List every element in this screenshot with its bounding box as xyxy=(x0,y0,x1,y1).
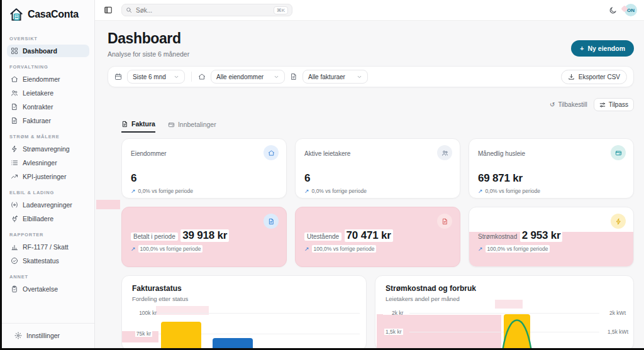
kpi-card-utestaende[interactable]: Utestående 70 471 kr ↗ 100,0% vs forrige… xyxy=(295,207,460,267)
trend-up-icon xyxy=(11,173,18,180)
trend-arrow-icon: ↗ xyxy=(304,246,309,252)
page-subtitle: Analyse for siste 6 måneder xyxy=(108,50,189,58)
sidebar-item-innstillinger[interactable]: Innstillinger xyxy=(11,329,86,342)
export-csv-label: Eksporter CSV xyxy=(579,74,620,80)
sidebar-item-leietakere[interactable]: Leietakere xyxy=(7,87,89,99)
kpi-change: ↗ 100,0% vs forrige periode xyxy=(131,245,277,253)
brand-name: CasaConta xyxy=(28,9,79,20)
chart-title: Strømkostnad og forbruk xyxy=(386,284,623,293)
customize-button[interactable]: Tilpass xyxy=(594,98,634,111)
trend-arrow-icon: ↗ xyxy=(478,188,483,194)
sidebar-item-label: Strømavregning xyxy=(23,145,70,153)
ev-plug-icon xyxy=(11,215,18,222)
kpi-label: Eiendommer xyxy=(131,150,167,157)
reset-button[interactable]: ↺ Tilbakestill xyxy=(550,101,587,108)
gear-icon xyxy=(14,332,22,339)
users-icon xyxy=(437,145,452,160)
sidebar-item-label: Kontrakter xyxy=(23,103,53,111)
sidebar-item-overtakelse[interactable]: Overtakelse xyxy=(7,283,89,295)
kpi-card-betalt-i-periode[interactable]: Betalt i periode 39 918 kr ↗ 100,0% vs f… xyxy=(121,207,287,267)
kpi-label: Betalt i periode xyxy=(131,232,178,241)
sidebar-item-kontrakter[interactable]: Kontrakter xyxy=(7,101,89,113)
nav-section-annet: ANNET xyxy=(9,274,87,280)
kpi-change: ↗ 100,0% vs forrige periode xyxy=(478,245,625,253)
invoice-select[interactable]: Alle fakturaer xyxy=(303,70,368,84)
sidebar-item-stromavregning[interactable]: Strømavregning xyxy=(7,143,89,155)
wallet-icon xyxy=(168,121,175,128)
sidebar-item-skattestatus[interactable]: Skattestatus xyxy=(7,254,89,267)
main-content: Dashboard Analyse for siste 6 måneder + … xyxy=(95,21,644,350)
divider xyxy=(191,72,192,82)
tab-label: Innbetalinger xyxy=(178,121,216,128)
property-select[interactable]: Alle eiendommer xyxy=(211,70,285,84)
kpi-card-stromkostnad[interactable]: Strømkostnad 2 953 kr ↗ 100,0% vs forrig… xyxy=(469,207,634,267)
sidebar-item-rf1177[interactable]: RF-1177 / Skatt xyxy=(7,241,89,253)
tab-faktura[interactable]: Faktura xyxy=(121,120,155,133)
sidebar-item-label: Eiendommer xyxy=(23,75,60,83)
export-csv-button[interactable]: Eksporter CSV xyxy=(561,70,627,84)
chart-stromkostnad-forbruk: Strømkostnad og forbruk Leietakers andel… xyxy=(375,275,634,350)
y-tick-100k: 100k kr xyxy=(139,310,157,316)
wallet-icon xyxy=(611,145,626,160)
nav-section-forvaltning: FORVALTNING xyxy=(9,64,87,70)
bar-paid[interactable] xyxy=(161,322,201,350)
sidebar-item-fakturaer[interactable]: Fakturaer xyxy=(7,114,89,127)
charging-icon xyxy=(11,201,18,209)
nav-section-oversikt: OVERSIKT xyxy=(9,36,87,41)
bolt-icon xyxy=(611,214,626,229)
sidebar-item-label: Fakturaer xyxy=(23,117,51,124)
sidebar-item-label: Elbilladere xyxy=(23,215,53,222)
house-icon xyxy=(264,145,279,160)
casaconta-logo-icon xyxy=(8,6,25,23)
sidebar-item-dashboard[interactable]: Dashboard xyxy=(7,45,89,57)
search-box[interactable]: ⌘K xyxy=(121,4,292,16)
gridline xyxy=(158,313,360,314)
search-shortcut-badge: ⌘K xyxy=(274,6,288,14)
diff-highlight xyxy=(96,200,120,209)
sidebar-item-ladeavregninger[interactable]: Ladeavregninger xyxy=(7,199,89,211)
kpi-card-manedlig-husleie[interactable]: Månedlig husleie 69 871 kr ↗ 0,0% vs for… xyxy=(469,138,634,199)
tab-bar: Faktura Innbetalinger xyxy=(121,120,634,133)
clock-check-icon xyxy=(11,257,18,265)
new-property-button[interactable]: + Ny eiendom xyxy=(571,40,634,57)
bar-outstanding[interactable] xyxy=(213,338,253,350)
period-select[interactable]: Siste 6 mnd xyxy=(127,70,185,84)
kpi-label: Månedlig husleie xyxy=(478,150,525,157)
property-select-value: Alle eiendommer xyxy=(216,74,264,80)
invoice-icon xyxy=(290,73,297,80)
kpi-card-eiendommer[interactable]: Eiendommer 6 ↗ 0,0% vs forrige periode xyxy=(121,138,287,199)
sidebar-toggle-icon[interactable] xyxy=(104,6,113,14)
kpi-label: Aktive leietakere xyxy=(304,150,350,157)
y-tick-left-15k: 1,5k kr xyxy=(384,329,403,335)
sidebar-item-eiendommer[interactable]: Eiendommer xyxy=(7,73,89,85)
sidebar: CasaConta OVERSIKT Dashboard FORVALTNING… xyxy=(2,0,95,348)
sidebar-item-label: Dashboard xyxy=(23,47,57,55)
chevron-down-icon xyxy=(174,74,179,80)
kpi-value: 39 918 kr xyxy=(180,229,229,242)
app-window: CasaConta OVERSIKT Dashboard FORVALTNING… xyxy=(0,0,644,350)
kpi-change: ↗ 0,0% vs forrige periode xyxy=(478,188,625,194)
sliders-icon xyxy=(599,102,606,108)
invoice-icon xyxy=(121,121,128,128)
dashboard-grid-icon xyxy=(11,47,18,55)
sidebar-item-label: Skattestatus xyxy=(23,257,59,265)
sidebar-item-kpi-justeringer[interactable]: KPI-justeringer xyxy=(7,170,89,183)
kpi-value: 70 471 kr xyxy=(345,229,393,242)
kpi-card-aktive-leietakere[interactable]: Aktive leietakere 6 ↗ 0,0% vs forrige pe… xyxy=(295,138,460,199)
search-input[interactable] xyxy=(136,7,270,14)
nav-section-elbil: ELBIL & LADING xyxy=(9,190,87,195)
bar-chart-icon xyxy=(11,243,18,251)
sidebar-item-elbilladere[interactable]: Elbilladere xyxy=(7,212,89,225)
kpi-change: ↗ 0,0% vs forrige periode xyxy=(131,188,277,194)
bolt-icon xyxy=(11,145,18,153)
kpi-grid: Eiendommer 6 ↗ 0,0% vs forrige periode A… xyxy=(121,138,634,267)
filter-bar: Siste 6 mnd Alle eiendommer Alle faktura… xyxy=(108,66,634,87)
sidebar-item-avlesninger[interactable]: Avlesninger xyxy=(7,156,89,169)
tab-innbetalinger[interactable]: Innbetalinger xyxy=(168,120,216,133)
kpi-value: 6 xyxy=(131,172,277,185)
page-title: Dashboard xyxy=(108,30,189,47)
diff-highlight xyxy=(377,314,383,350)
y-tick-right-2k: 2k kWt xyxy=(609,310,626,316)
calendar-icon xyxy=(114,73,122,80)
dark-mode-toggle-icon[interactable] xyxy=(609,6,617,14)
